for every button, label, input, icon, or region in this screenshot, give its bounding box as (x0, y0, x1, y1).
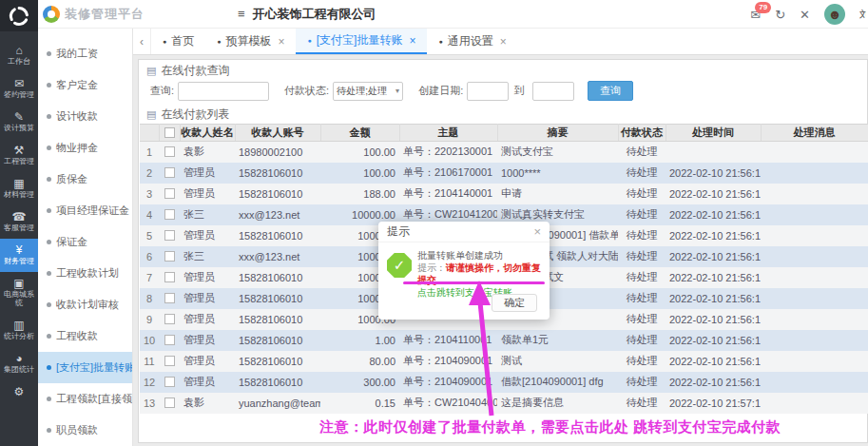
sidebar-item-3[interactable]: 设计收款 (38, 101, 132, 132)
rail-item-4[interactable]: ⚒工程管理 (0, 139, 38, 172)
sidebar-item-10[interactable]: 工程收款 (38, 320, 132, 352)
sidebar-item-label: 物业押金 (56, 141, 98, 155)
table-row[interactable]: 2管理员15828106010100.00单号：21061700011000**… (140, 163, 868, 184)
row-checkbox[interactable] (164, 188, 175, 199)
row-checkbox[interactable] (164, 272, 175, 282)
process-message (761, 351, 868, 372)
rail-item-9[interactable]: ▥统计分析 (0, 314, 38, 347)
payee-name: 管理员 (180, 267, 235, 288)
list-section-title: 在线付款列表 (161, 107, 229, 123)
brand-logo-icon (43, 6, 60, 23)
row-checkbox[interactable] (164, 146, 175, 157)
tab-3[interactable]: ●[支付宝]批量转账× (296, 29, 427, 54)
process-time: 2022-02-10 21:56:18 (665, 309, 761, 330)
payment-status: 待处理 (618, 163, 665, 184)
status-select[interactable]: 待处理;处理 ▾ (333, 82, 403, 101)
sidebar-item-6[interactable]: 项目经理保证金 (38, 195, 132, 226)
row-index: 13 (140, 393, 159, 414)
row-index: 7 (140, 267, 159, 288)
col-header-6: 主题 (399, 125, 497, 142)
tab-4[interactable]: ●通用设置× (427, 29, 517, 54)
dialog-close-icon[interactable]: × (533, 224, 541, 239)
sidebar-item-label: 设计收款 (56, 109, 98, 124)
rail-item-label: 财务管理 (1, 257, 37, 265)
process-message (761, 142, 868, 163)
row-index: 6 (140, 246, 159, 267)
fullscreen-close-icon[interactable]: ✕ (800, 8, 810, 22)
tab-2[interactable]: ●预算模板× (205, 29, 296, 54)
row-checkbox[interactable] (164, 167, 175, 178)
dialog-header: 提示 × (378, 222, 550, 242)
sidebar-item-4[interactable]: 物业押金 (38, 132, 132, 164)
rail-item-10[interactable]: ◕集团统计 (0, 347, 38, 380)
row-checkbox[interactable] (164, 398, 175, 408)
amount: 1.00 (320, 330, 399, 351)
tab-close-icon[interactable]: × (500, 35, 507, 48)
payee-account: xxx@123.net (235, 204, 320, 225)
sidebar-item-2[interactable]: 客户定金 (38, 69, 132, 101)
search-input[interactable] (178, 82, 269, 101)
process-time: 2022-02-10 21:56:18 (665, 351, 761, 372)
row-checkbox[interactable] (164, 251, 175, 262)
rail-item-7[interactable]: ¥财务管理 (0, 239, 38, 272)
sidebar-item-5[interactable]: 质保金 (38, 164, 132, 195)
col-header-2 (159, 125, 180, 142)
sidebar-item-1[interactable]: 我的工资 (38, 38, 132, 69)
row-checkbox[interactable] (164, 209, 175, 220)
date-to-label: 到 (513, 84, 524, 98)
tab-close-icon[interactable]: × (409, 34, 415, 48)
rail-item-11[interactable]: ⚙ (0, 380, 38, 405)
query-button[interactable]: 查询 (588, 81, 633, 101)
user-avatar[interactable]: ☻ (824, 4, 845, 25)
amount: 80.00 (320, 351, 399, 372)
sidebar-item-7[interactable]: 保证金 (38, 226, 132, 258)
payee-name: 管理员 (180, 330, 235, 351)
row-checkbox[interactable] (164, 377, 175, 387)
table-row[interactable]: 13袁影yuanzhang@teamsfy.com0.15单号：CW210404… (140, 393, 868, 414)
rail-item-5[interactable]: ▦材料管理 (0, 172, 38, 205)
table-row[interactable]: 1袁影18980002100100.00单号：2202130001测试支付宝待处… (140, 142, 868, 163)
select-all-checkbox[interactable] (164, 127, 175, 138)
row-checkbox-cell (159, 288, 180, 309)
payee-account: 18980002100 (235, 142, 320, 163)
dialog-ok-button[interactable]: 确定 (492, 294, 537, 312)
status-select-value: 待处理;处理 (337, 85, 387, 98)
process-time: 2022-02-10 21:56:18 (665, 184, 761, 204)
tab-1[interactable]: ●首页 (151, 29, 205, 54)
amount: 188.00 (320, 184, 399, 204)
sidebar-item-8[interactable]: 工程收款计划 (38, 258, 132, 289)
table-row[interactable]: 12管理员15828106010300.00单号：2104090001借款[21… (140, 372, 868, 393)
table-row[interactable]: 10管理员158281060101.00单号：2104110001领款单1元待处… (140, 330, 868, 351)
sidebar-item-9[interactable]: 收款计划审核 (38, 289, 132, 320)
row-index: 9 (140, 309, 159, 330)
row-checkbox[interactable] (164, 293, 175, 303)
row-checkbox[interactable] (164, 230, 175, 241)
table-row[interactable]: 3管理员15828106010188.00单号：2104140001申请待处理2… (140, 184, 868, 204)
rail-item-1[interactable]: ⌂工作台 (0, 39, 38, 72)
app-logo[interactable] (0, 0, 38, 31)
refresh-icon[interactable]: ↻ (775, 8, 785, 22)
row-checkbox[interactable] (164, 356, 175, 366)
rail-item-8[interactable]: ▣电商城系统 (0, 272, 38, 314)
row-checkbox[interactable] (164, 335, 175, 345)
rail-item-2[interactable]: ✉签约管理 (0, 72, 38, 106)
sidebar-item-12[interactable]: 工程领款[直接领款] (38, 383, 132, 415)
payee-name: 张三 (180, 246, 235, 267)
amount: 100.00 (320, 163, 399, 184)
collapse-menu-icon[interactable]: ≡ (238, 7, 245, 21)
sidebar-item-13[interactable]: 职员领款 (38, 415, 132, 446)
date-to-input[interactable] (532, 82, 574, 101)
bullet-icon (47, 397, 51, 401)
messages-button[interactable]: ✉79 (750, 8, 761, 22)
rail-icon-9: ▥ (13, 320, 24, 332)
row-checkbox-cell (159, 267, 180, 288)
date-from-input[interactable] (467, 82, 509, 101)
tabs-scroll-left-icon[interactable]: ‹ (133, 29, 151, 54)
row-checkbox[interactable] (164, 314, 175, 324)
rail-item-6[interactable]: ☎客服管理 (0, 205, 38, 239)
rail-item-3[interactable]: ✎设计预算 (0, 106, 38, 139)
tab-close-icon[interactable]: × (278, 35, 284, 48)
create-date-label: 创建日期: (418, 84, 463, 98)
table-row[interactable]: 11管理员1582810601080.00单号：2104090001测试待处理2… (140, 351, 868, 372)
sidebar-item-11[interactable]: [支付宝]批量转账 (38, 352, 132, 383)
